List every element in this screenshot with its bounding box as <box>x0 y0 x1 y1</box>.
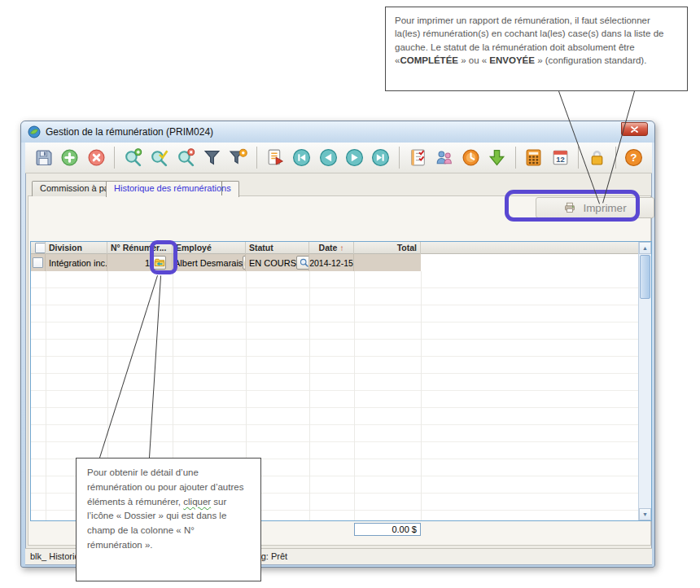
close-icon <box>631 126 638 133</box>
table-row[interactable]: Intégration inc. 1 Albert Desmarais EN C… <box>31 254 421 271</box>
search-clear-icon <box>176 147 196 168</box>
filter-config-icon <box>228 147 248 168</box>
sort-ascending-icon: ↑ <box>339 244 343 252</box>
calculator-icon <box>523 147 544 168</box>
employe-cell: Albert Desmarais <box>173 254 246 271</box>
users-button[interactable] <box>432 145 455 170</box>
header-date[interactable]: Date↑ <box>309 242 354 254</box>
grid-column-line <box>46 271 46 520</box>
filter-config-button[interactable] <box>227 145 250 170</box>
grid-column-line <box>421 271 422 520</box>
division-cell: Intégration inc. <box>46 254 107 271</box>
scroll-up-icon[interactable]: ▲ <box>639 242 651 254</box>
lock-icon <box>587 147 607 168</box>
division-value: Intégration inc. <box>49 258 107 268</box>
nav-next-icon <box>344 147 365 168</box>
nav-first-button[interactable] <box>291 145 313 170</box>
delete-icon <box>86 147 107 168</box>
download-button[interactable] <box>485 145 508 170</box>
print-highlight-box <box>505 190 640 222</box>
add-icon <box>59 147 80 168</box>
status-sent-term: ENVOYÉE <box>489 55 535 65</box>
employe-value: Albert Desmarais <box>174 258 243 268</box>
folder-highlight-box <box>150 240 177 274</box>
tab-divider <box>221 182 222 195</box>
svg-text:?: ? <box>631 151 637 164</box>
calendar-icon: 12 <box>550 147 571 168</box>
page: Gestion de la rémunération (PRIM024) <box>0 0 700 588</box>
calculator-button[interactable] <box>523 145 545 170</box>
app-icon <box>28 125 41 138</box>
search-add-button[interactable] <box>121 145 144 170</box>
add-button[interactable] <box>58 145 81 170</box>
save-button[interactable] <box>32 145 55 170</box>
search-clear-button[interactable] <box>174 145 197 170</box>
total-cell <box>354 254 421 271</box>
download-icon <box>487 147 507 168</box>
status-completed-term: COMPLÉTÉE <box>400 55 458 65</box>
grand-total-field: 0.00 $ <box>354 523 421 536</box>
nav-last-icon <box>370 147 391 168</box>
filter-button[interactable] <box>200 145 223 170</box>
grid-column-line <box>354 271 355 520</box>
statut-lookup-button[interactable] <box>296 256 309 270</box>
statut-value: EN COURS <box>249 258 296 268</box>
report-icon <box>265 147 286 168</box>
row-checkbox-cell <box>31 254 46 271</box>
nav-first-icon <box>291 147 312 168</box>
nav-last-button[interactable] <box>370 145 392 170</box>
checklist-icon <box>408 147 428 168</box>
title-bar: Gestion de la rémunération (PRIM024) <box>21 121 654 143</box>
print-instructions-callout: Pour imprimer un rapport de rémunération… <box>385 7 688 91</box>
magnifier-icon <box>299 257 309 268</box>
scrollbar-thumb[interactable] <box>640 255 650 299</box>
folder-instructions-callout: Pour obtenir le détail d’une rémunératio… <box>76 458 261 581</box>
toolbar-separator <box>515 147 516 169</box>
window-title: Gestion de la rémunération (PRIM024) <box>46 126 213 138</box>
header-statut[interactable]: Statut <box>246 242 309 254</box>
report-button[interactable] <box>264 145 287 170</box>
help-icon: ? <box>623 147 644 168</box>
search-check-icon <box>149 147 169 168</box>
timer-icon <box>461 147 481 168</box>
svg-text:12: 12 <box>556 156 564 164</box>
nav-previous-icon <box>318 147 339 168</box>
statut-cell: EN COURS <box>246 254 309 271</box>
search-check-button[interactable] <box>148 145 171 170</box>
header-employe[interactable]: Employé <box>173 242 246 254</box>
calendar-button[interactable]: 12 <box>549 145 571 170</box>
help-button[interactable]: ? <box>623 145 645 170</box>
nav-previous-button[interactable] <box>317 145 339 170</box>
table-header: Division N° Rénumér... Employé Statut Da… <box>31 242 638 254</box>
timer-button[interactable] <box>459 145 482 170</box>
delete-button[interactable] <box>85 145 107 170</box>
tab-historique-des-remunerations[interactable]: Historique des rémunérations <box>106 181 239 197</box>
spellcheck-word: cliquer <box>183 497 211 507</box>
toolbar-separator <box>114 147 115 169</box>
date-cell: 2014-12-15 <box>309 254 354 271</box>
search-add-icon <box>123 147 143 168</box>
header-division[interactable]: Division <box>46 242 107 254</box>
select-all-checkbox[interactable] <box>35 243 46 253</box>
checklist-button[interactable] <box>406 145 429 170</box>
toolbar: 12 ? <box>25 143 652 173</box>
lock-button[interactable] <box>585 145 608 170</box>
nav-next-button[interactable] <box>343 145 365 170</box>
grid-column-line <box>309 271 310 520</box>
vertical-scrollbar[interactable]: ▲ ▼ <box>638 242 651 520</box>
users-icon <box>434 147 454 168</box>
date-value: 2014-12-15 <box>309 258 353 268</box>
scroll-down-icon[interactable]: ▼ <box>639 508 651 520</box>
save-icon <box>33 147 54 168</box>
toolbar-separator <box>256 147 257 169</box>
header-checkbox-cell <box>31 242 46 254</box>
filter-icon <box>202 147 222 168</box>
row-checkbox[interactable] <box>33 257 43 268</box>
header-total[interactable]: Total <box>354 242 421 254</box>
toolbar-separator <box>399 147 400 169</box>
